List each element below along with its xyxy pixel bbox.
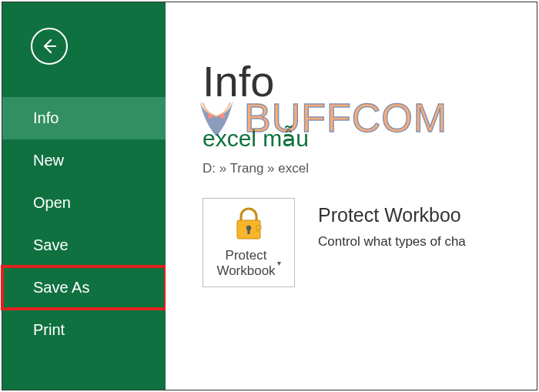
page-title: Info (203, 56, 537, 106)
lock-icon (231, 206, 266, 242)
protect-workbook-heading: Protect Workboo (318, 204, 466, 226)
protect-workbook-button[interactable]: Protect Workbook ▾ (203, 198, 295, 287)
sidebar-item-label: Save As (33, 279, 89, 297)
sidebar-item-label: Open (33, 194, 71, 212)
svg-rect-3 (247, 229, 249, 234)
file-path: D: » Trang » excel (203, 161, 537, 176)
back-arrow-icon (40, 37, 59, 55)
back-button[interactable] (31, 28, 68, 65)
sidebar-nav: Info New Open Save Save As Print (2, 97, 166, 351)
backstage-sidebar: Info New Open Save Save As Print (2, 2, 166, 390)
sidebar-item-label: Save (33, 236, 69, 254)
sidebar-item-save-as[interactable]: Save As (2, 266, 166, 309)
chevron-down-icon: ▾ (277, 259, 281, 268)
sidebar-item-label: Print (33, 321, 65, 339)
sidebar-item-save[interactable]: Save (2, 224, 166, 266)
file-name: excel mẫu (203, 125, 537, 152)
sidebar-item-open[interactable]: Open (2, 182, 166, 224)
protect-workbook-info: Protect Workboo Control what types of ch… (318, 198, 466, 250)
sidebar-item-label: New (33, 152, 64, 169)
sidebar-item-info[interactable]: Info (2, 97, 166, 139)
sidebar-item-label: Info (33, 109, 59, 127)
sidebar-item-print[interactable]: Print (2, 309, 166, 351)
protect-workbook-label: Protect Workbook ▾ (216, 248, 280, 280)
info-panel: Info excel mẫu D: » Trang » excel Protec… (166, 2, 537, 390)
sidebar-item-new[interactable]: New (2, 139, 166, 182)
protect-workbook-description: Control what types of cha (318, 234, 466, 250)
